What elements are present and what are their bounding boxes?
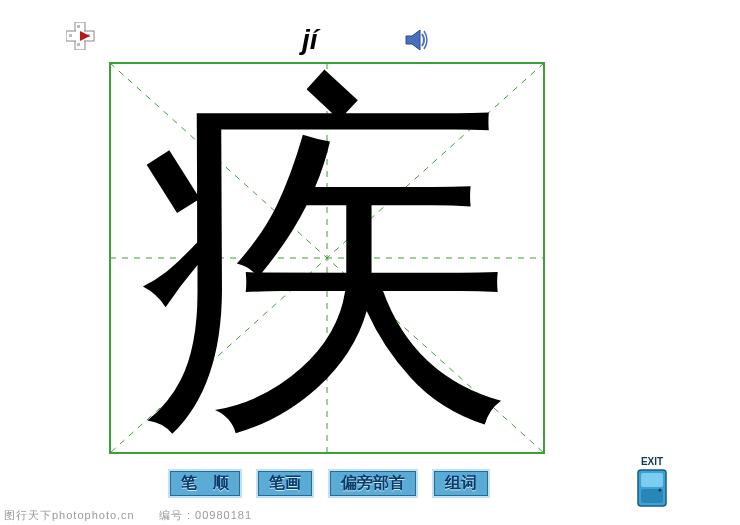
footer-site: 图行天下photophoto.cn <box>4 509 135 521</box>
character-display: 疾 <box>109 62 545 454</box>
exit-label: EXIT <box>637 456 667 467</box>
svg-rect-16 <box>641 473 663 487</box>
stroke-order-button[interactable]: 笔 顺 <box>170 471 240 496</box>
action-button-row: 笔 顺 笔画 偏旁部首 组词 <box>170 471 488 496</box>
app-logo-icon <box>66 22 96 54</box>
exit-block: EXIT <box>637 456 667 507</box>
svg-rect-4 <box>77 25 80 28</box>
radical-button[interactable]: 偏旁部首 <box>330 471 416 496</box>
exit-door-button[interactable] <box>637 469 667 507</box>
svg-point-18 <box>659 489 662 492</box>
svg-rect-5 <box>77 43 80 46</box>
footer-watermark: 图行天下photophoto.cn 编号 : 00980181 <box>4 508 252 523</box>
footer-id-value: 00980181 <box>195 509 252 521</box>
svg-rect-6 <box>69 34 72 37</box>
words-button[interactable]: 组词 <box>434 471 488 496</box>
character-grid: 疾 <box>109 62 545 454</box>
strokes-button[interactable]: 笔画 <box>258 471 312 496</box>
footer-id-label: 编号 <box>159 509 183 521</box>
